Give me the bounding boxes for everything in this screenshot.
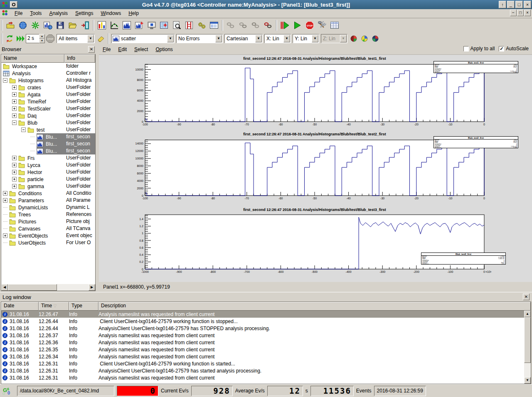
menu-windows[interactable]: Windows [97,10,125,17]
histogram-pads[interactable]: first_second 12:26:47 2016-08-31 Analysi… [99,55,532,282]
maximize-button[interactable]: □ [515,1,523,8]
play-icon[interactable] [291,20,303,31]
tree-item-trees[interactable]: Trees References [1,211,95,218]
scroll-down-icon[interactable]: ▼ [524,377,531,384]
panel-menu-options[interactable]: Options [152,46,176,53]
tree-item-histograms[interactable]: Histograms All Histogra [1,77,95,84]
tree-item-blub[interactable]: Blub UserFolder [1,119,95,126]
chain-grey-icon[interactable] [225,20,236,31]
stop-small-icon[interactable]: STOP [45,34,55,43]
spin-up-icon[interactable]: ▲ [39,34,45,39]
log-column-description[interactable]: Description [99,302,531,311]
column-name[interactable]: Name [1,54,64,63]
tree-item-agata[interactable]: Agata UserFolder [1,91,95,98]
open-folder-icon[interactable] [67,20,79,31]
histo-star-icon[interactable] [133,20,145,31]
window-titlebar[interactable]: Go4 v4.7.0 @lxg0146 <Controller name:MyA… [0,0,532,9]
tree-item-daq[interactable]: Daq UserFolder [1,112,95,119]
pie-colored-icon[interactable] [360,34,369,43]
mdi-close-button[interactable]: × [524,10,531,16]
menu-tools[interactable]: Tools [26,10,45,17]
scroll-thumb[interactable] [8,284,57,291]
tree-item-frs[interactable]: Frs UserFolder [1,154,95,162]
expand-icon[interactable] [12,184,17,189]
tree-item-hector[interactable]: Hector UserFolder [1,169,95,176]
log-row[interactable]: i 31.08.16 12.26.47 Info Analysis namesl… [1,311,524,318]
expand-icon[interactable] [12,177,17,181]
chevron-down-icon[interactable]: ▼ [312,35,318,42]
log-column-date[interactable]: Date [1,302,39,311]
stats-box-blub_test1_first[interactable]: Blub_test1_firstEntries5411Mean-54.13RMS… [433,61,518,73]
tree-item-blu[interactable]: Blu... first_secon [1,140,95,147]
log-row[interactable]: i 31.08.16 12.26.36 Info Analysis namesl… [1,339,524,346]
spin-down-icon[interactable]: ▼ [39,39,45,43]
collapse-icon[interactable] [3,78,7,83]
tree-item-workspace[interactable]: Workspace folder [1,63,95,70]
stats-box-blub_test3_first[interactable]: Blub_test3_firstEntries5411Mean-1.79e+05… [421,252,506,265]
tree-item-conditions[interactable]: Conditions All Conditio [1,190,95,197]
columns-icon[interactable] [183,20,195,31]
y-scale-combo[interactable]: Y: Lin ▼ [293,34,319,43]
tree-item-particle[interactable]: particle UserFolder [1,176,95,183]
color-chart-icon[interactable] [96,20,108,31]
expand-icon[interactable] [12,170,17,174]
zoom-search-icon[interactable] [171,20,182,31]
expand-icon[interactable] [12,156,17,160]
chevron-down-icon[interactable]: ▼ [340,35,347,42]
menu-help[interactable]: Help [125,10,143,17]
chain-red-icon[interactable] [262,20,274,31]
draw-style-combo[interactable]: scatter ▼ [111,34,175,43]
toolbar-handle[interactable] [276,20,277,31]
tree-item-gamma[interactable]: gamma UserFolder [1,183,95,190]
green-star-icon[interactable] [30,20,41,31]
refresh-icon[interactable] [5,34,15,43]
tree-item-analysis[interactable]: Analysis Controller r [1,70,95,77]
log-row[interactable]: i 31.08.16 12.26.31 Info Analysis namesl… [1,374,524,381]
browser-close-button[interactable]: ✕ [88,46,95,53]
tree-item-eventobjects[interactable]: EventObjects Event objec [1,232,95,239]
apply-to-all-checkbox[interactable]: Apply to all [463,46,495,51]
save-icon[interactable] [54,20,66,31]
gears-icon[interactable] [196,20,207,31]
expand-icon[interactable] [12,99,17,104]
fit-curve-icon[interactable] [108,20,120,31]
x-scale-combo[interactable]: X: Lin ▼ [264,34,291,43]
window-list-icon[interactable] [208,20,220,31]
scroll-up-icon[interactable]: ▲ [524,311,531,317]
tree-item-lycca[interactable]: Lycca UserFolder [1,162,95,169]
z-scale-combo[interactable]: Z: Lin ▼ [321,34,347,43]
event-grid-icon[interactable] [329,20,340,31]
toolbar-handle[interactable] [1,33,3,44]
chevron-down-icon[interactable]: ▼ [87,35,94,42]
log-row[interactable]: i 31.08.16 12.26.31 Info AnalysisClient … [1,367,524,374]
panel-menu-file[interactable]: File [99,46,114,53]
chevron-down-icon[interactable]: ▼ [255,35,262,42]
menu-analysis[interactable]: Analysis [45,10,71,17]
mdi-minimize-button[interactable]: − [510,10,517,16]
column-info[interactable]: Info [64,54,95,63]
tree-item-canvases[interactable]: Canvases All TCanva [1,225,95,232]
log-row[interactable]: i 31.08.16 12.26.34 Info Analysis namesl… [1,353,524,360]
menu-file[interactable]: File [11,10,26,17]
toolbar-handle[interactable] [108,33,109,44]
chevron-down-icon[interactable]: ▼ [167,35,174,42]
chevron-down-icon[interactable]: ▼ [215,35,222,42]
expand-icon[interactable] [3,233,7,238]
scroll-thumb[interactable] [524,317,531,363]
stats-box-blub_test2_first[interactable]: Blub_test2_firstEntries5411Mean-54.13RMS… [433,136,518,148]
items-filter-combo[interactable]: All items ▼ [57,34,95,43]
eraser-icon[interactable] [96,34,106,43]
open-remote-file-icon[interactable] [5,20,16,31]
toolbar-handle[interactable] [1,20,3,31]
menu-settings[interactable]: Settings [71,10,97,17]
tree-item-crates[interactable]: crates UserFolder [1,84,95,91]
pie-red-icon[interactable] [349,34,359,43]
interval-value[interactable]: 2 s [26,34,39,43]
log-vertical-scrollbar[interactable]: ▲ ▼ [524,311,531,384]
canvas-star-icon[interactable] [158,20,170,31]
exit-door-icon[interactable] [79,20,91,31]
expand-icon[interactable] [12,163,17,167]
tree-item-test[interactable]: test UserFolder [1,126,95,133]
tree-item-parameters[interactable]: Parameters All Parame [1,197,95,204]
tree-item-timeref[interactable]: TimeRef UserFolder [1,98,95,105]
